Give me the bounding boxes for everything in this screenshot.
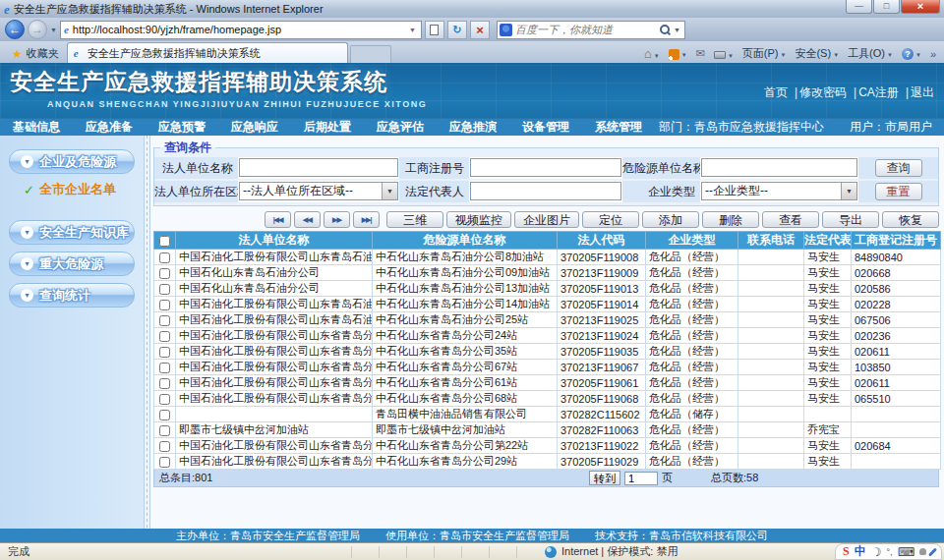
search-icon[interactable] [659, 24, 672, 36]
address-dropdown-icon[interactable]: ▼ [407, 27, 418, 33]
sidebar-group-safety-knowledge[interactable]: ▾ 安全生产知识库 [9, 220, 135, 245]
nav-menu-item[interactable]: 系统管理 [582, 119, 655, 136]
reg-no-input[interactable] [470, 158, 621, 177]
action-button[interactable]: 添加 [642, 211, 699, 228]
search-input[interactable] [515, 24, 659, 35]
search-box[interactable]: ▼ [497, 21, 685, 39]
nav-menu-item[interactable]: 基础信息 [0, 119, 73, 136]
action-button[interactable]: 删除 [702, 211, 759, 228]
row-checkbox[interactable] [159, 268, 170, 279]
select-arrow-icon[interactable]: ▼ [841, 183, 856, 199]
nav-menu-item[interactable]: 应急准备 [73, 119, 146, 136]
close-button[interactable]: × [901, 0, 940, 14]
help-button[interactable]: ?▼ [902, 47, 921, 60]
row-checkbox[interactable] [159, 394, 170, 405]
search-dropdown-icon[interactable]: ▼ [672, 27, 682, 33]
settings-wrench-icon[interactable] [928, 547, 937, 556]
minimize-button[interactable]: — [846, 0, 872, 14]
row-checkbox[interactable] [159, 284, 170, 295]
active-tab[interactable]: e 安全生产应急救援指挥辅助决策系统 [67, 42, 348, 63]
nav-menu-item[interactable]: 后期处置 [291, 119, 364, 136]
action-button[interactable]: 企业图片 [514, 211, 579, 228]
page-number-input[interactable] [624, 472, 658, 485]
select-arrow-icon[interactable]: ▼ [382, 183, 397, 199]
table-row[interactable]: 中国石油化工股份有限公司山东省青岛分公司 中石化山东省青岛分公司29站 3702… [154, 454, 941, 470]
home-button[interactable]: ⌂▼ [644, 46, 660, 61]
sidebar-group-enterprises-hazards[interactable]: ▾ 企业及危险源 [9, 149, 135, 174]
action-button[interactable]: 导出 [822, 211, 879, 228]
keyboard-icon[interactable]: ⌨ [898, 545, 914, 559]
table-row[interactable]: 中国石油化工股份有限公司山东省青岛分公司 中石化山东省青岛分公司第22站 370… [154, 438, 941, 454]
stop-button[interactable]: × [470, 21, 490, 39]
table-row[interactable]: 中国石油化工股份有限公司山东省青岛分公司 中石化山东省青岛分公司67站 3702… [154, 360, 941, 375]
pager-nav-button[interactable]: ▶▶| [353, 211, 380, 228]
pager-nav-button[interactable]: |◀◀ [265, 211, 291, 228]
pager-nav-button[interactable]: ▶▶ [324, 211, 350, 228]
tools-menu-button[interactable]: 工具(O)▼ [848, 46, 893, 61]
row-checkbox[interactable] [159, 315, 170, 326]
sogou-ime-icon[interactable]: S [843, 544, 850, 559]
punctuation-mode-icon[interactable]: °, [887, 547, 893, 557]
table-row[interactable]: 青岛田横中油油品销售有限公司 370282C115602 危化品（储存） [154, 407, 941, 422]
row-checkbox[interactable] [159, 347, 170, 358]
sidebar-item-citywide-enterprise-list[interactable]: ✓ 全市企业名单 [24, 181, 144, 198]
table-row[interactable]: 中国石化山东青岛石油分公司 中石化山东青岛石油分公司13加油站 370205F1… [154, 281, 941, 297]
nav-menu-item[interactable]: 应急响应 [218, 119, 291, 136]
refresh-button[interactable]: ↻ [447, 21, 467, 39]
compatibility-view-button[interactable] [425, 21, 444, 39]
pager-nav-button[interactable]: ◀◀ [294, 211, 321, 228]
reset-button[interactable]: 重置 [875, 183, 922, 200]
back-button[interactable]: ← [5, 20, 25, 39]
legal-name-input[interactable] [239, 158, 398, 177]
table-row[interactable]: 中国石油化工股份有限公司山东省青岛分公司 中石化山东省青岛分公司35站 3702… [154, 344, 941, 360]
region-select[interactable]: --法人单位所在区域-- ▼ [239, 182, 398, 200]
nav-menu-item[interactable]: 设备管理 [509, 119, 582, 136]
action-button[interactable]: 查看 [762, 211, 819, 228]
fullwidth-mode-icon[interactable]: ☽ [871, 545, 882, 559]
table-row[interactable]: 中国石油化工股份有限公司山东青岛石油分公司 中石化山东青岛石油分公司14加油站 … [154, 297, 941, 312]
row-checkbox[interactable] [159, 441, 170, 452]
sidebar-group-major-hazards[interactable]: ▾ 重大危险源 [9, 252, 135, 276]
mail-button[interactable]: ✉ [696, 47, 705, 60]
row-checkbox[interactable] [159, 331, 170, 342]
page-menu-button[interactable]: 页面(P)▼ [742, 46, 787, 61]
address-bar[interactable]: e http://localhost:90/yjzh/frame/homepag… [60, 21, 422, 39]
table-row[interactable]: 中国石油化工股份有限公司山东青岛石油分公司 中石化山东青岛石油分公司8加油站 3… [154, 250, 941, 265]
nav-menu-item[interactable]: 应急推演 [437, 119, 509, 136]
action-button[interactable]: 视频监控 [446, 211, 511, 228]
query-button[interactable]: 查询 [875, 159, 922, 177]
sidebar-splitter[interactable] [144, 136, 150, 529]
maximize-button[interactable]: □ [873, 0, 900, 14]
user-account-icon[interactable] [919, 548, 926, 555]
action-button[interactable]: 恢复 [882, 211, 939, 228]
action-button[interactable]: 定位 [582, 211, 639, 228]
table-row[interactable]: 中国石油化工股份有限公司山东省青岛分公司 中石化山东省青岛分公司61站 3702… [154, 375, 941, 391]
row-checkbox[interactable] [159, 378, 170, 389]
enterprise-type-select[interactable]: --企业类型-- ▼ [701, 182, 857, 200]
action-button[interactable]: 三维 [386, 211, 443, 228]
chinese-mode-icon[interactable]: 中 [855, 543, 866, 560]
print-button[interactable]: ▼ [714, 48, 734, 60]
representative-input[interactable] [470, 182, 621, 200]
row-checkbox[interactable] [159, 425, 170, 436]
header-link[interactable]: 首页 [764, 85, 788, 99]
row-checkbox[interactable] [159, 252, 170, 263]
overflow-chevron-icon[interactable]: » [930, 48, 936, 60]
table-row[interactable]: 中国石油化工股份有限公司山东省青岛分公司 中石化山东省青岛分公司24站 3702… [154, 328, 941, 344]
nav-menu-item[interactable]: 应急预警 [146, 119, 218, 136]
nav-menu-item[interactable]: 应急评估 [364, 119, 437, 136]
select-all-checkbox[interactable] [159, 236, 170, 247]
header-link[interactable]: 修改密码 [788, 85, 847, 99]
favorites-button[interactable]: ★ 收藏夹 [4, 44, 67, 63]
forward-button[interactable]: → [28, 20, 47, 39]
recent-pages-dropdown-icon[interactable]: ▼ [50, 27, 57, 33]
header-link[interactable]: CA注册 [847, 85, 899, 99]
hazard-name-input[interactable] [701, 158, 857, 177]
table-row[interactable]: 中国石油化工股份有限公司山东省青岛分公司 中石化山东省青岛分公司68站 3702… [154, 391, 941, 407]
table-row[interactable]: 中国石油化工股份有限公司山东青岛石油分公司 中石化山东青岛石油分公司25站 37… [154, 312, 941, 328]
new-tab-stub[interactable] [350, 45, 391, 63]
header-link[interactable]: 退出 [899, 85, 934, 99]
table-row[interactable]: 即墨市七级镇中岔河加油站 即墨市七级镇中岔河加油站 370282F110063 … [154, 422, 941, 438]
row-checkbox[interactable] [159, 300, 170, 310]
row-checkbox[interactable] [159, 410, 170, 420]
